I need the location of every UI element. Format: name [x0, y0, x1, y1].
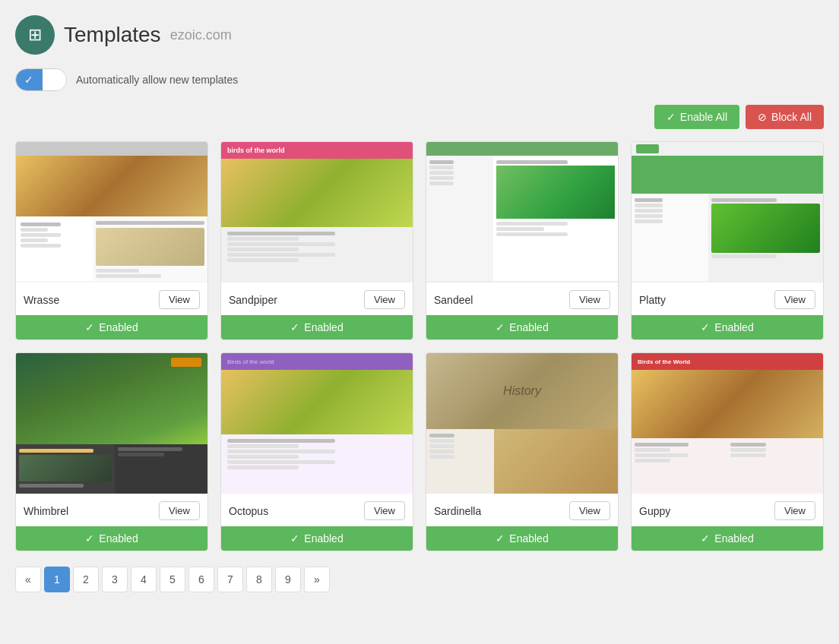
view-button-guppy[interactable]: View	[774, 501, 815, 520]
enable-all-check-icon: ✓	[666, 111, 676, 123]
template-footer-guppy: Guppy View	[632, 494, 823, 520]
enabled-check-icon: ✓	[85, 532, 94, 545]
pagination-page-6[interactable]: 6	[188, 567, 214, 592]
enabled-check-icon: ✓	[701, 532, 710, 545]
pagination-page-2[interactable]: 2	[73, 567, 99, 592]
toggle-on-part: ✓	[16, 69, 43, 90]
template-preview-platty	[632, 142, 823, 283]
block-all-button[interactable]: ⊘ Block All	[746, 105, 824, 129]
enable-all-label: Enable All	[680, 111, 727, 123]
pagination-page-8[interactable]: 8	[246, 567, 272, 592]
enabled-label: Enabled	[509, 321, 548, 333]
template-footer-sardinella: Sardinella View	[426, 494, 618, 520]
toggle-off-part	[43, 69, 66, 90]
template-name-guppy: Guppy	[639, 505, 670, 517]
enabled-label: Enabled	[304, 321, 343, 333]
template-card-sandeel: Sandeel View ✓ Enabled	[426, 141, 619, 340]
auto-allow-toggle[interactable]: ✓	[15, 68, 67, 91]
enabled-button-wrasse[interactable]: ✓ Enabled	[16, 315, 207, 339]
template-card-platty: Platty View ✓ Enabled	[631, 141, 824, 340]
template-name-octopus: Octopus	[229, 505, 268, 517]
template-preview-guppy: Birds of the World	[632, 353, 823, 494]
enabled-button-guppy[interactable]: ✓ Enabled	[632, 526, 823, 551]
enabled-button-platty[interactable]: ✓ Enabled	[632, 315, 823, 339]
templates-grid: Wrasse View ✓ Enabled birds of the world…	[15, 141, 824, 551]
enabled-check-icon: ✓	[290, 532, 299, 545]
pagination-page-4[interactable]: 4	[131, 567, 157, 592]
enabled-label: Enabled	[99, 532, 138, 545]
actions-row: ✓ Enable All ⊘ Block All	[15, 105, 824, 129]
template-name-sandeel: Sandeel	[434, 294, 473, 306]
view-button-sandeel[interactable]: View	[569, 290, 610, 309]
enabled-label: Enabled	[99, 321, 138, 333]
enable-all-button[interactable]: ✓ Enable All	[654, 105, 739, 129]
enabled-button-sandeel[interactable]: ✓ Enabled	[426, 315, 618, 339]
view-button-platty[interactable]: View	[774, 290, 815, 309]
template-name-platty: Platty	[639, 294, 666, 306]
enabled-button-sandpiper[interactable]: ✓ Enabled	[221, 315, 413, 339]
enabled-check-icon: ✓	[701, 321, 710, 333]
enabled-check-icon: ✓	[495, 321, 505, 333]
template-footer-platty: Platty View	[632, 283, 823, 309]
view-button-wrasse[interactable]: View	[159, 290, 200, 309]
enabled-label: Enabled	[304, 532, 343, 545]
template-card-octopus: Birds of the world Octopus View ✓ Enable…	[220, 352, 413, 551]
block-all-label: Block All	[771, 111, 812, 123]
enabled-label: Enabled	[714, 321, 753, 333]
pagination-page-1[interactable]: 1	[44, 567, 70, 592]
page-subtitle: ezoic.com	[170, 27, 232, 43]
template-preview-sandeel	[426, 142, 618, 283]
template-card-whimbrel: Whimbrel View ✓ Enabled	[15, 352, 208, 551]
template-name-whimbrel: Whimbrel	[24, 505, 68, 517]
enabled-label: Enabled	[509, 532, 548, 545]
page-header: ⊞ Templates ezoic.com	[15, 15, 824, 55]
block-all-icon: ⊘	[758, 111, 767, 123]
view-button-sandpiper[interactable]: View	[364, 290, 405, 309]
template-preview-wrasse	[16, 142, 207, 283]
page-title: Templates	[64, 23, 161, 47]
app-logo-icon: ⊞	[15, 15, 55, 55]
template-footer-whimbrel: Whimbrel View	[16, 494, 207, 520]
template-footer-octopus: Octopus View	[221, 494, 413, 520]
template-footer-sandpiper: Sandpiper View	[221, 283, 413, 309]
enabled-check-icon: ✓	[85, 321, 94, 333]
logo-symbol: ⊞	[28, 25, 42, 45]
template-name-sandpiper: Sandpiper	[229, 294, 277, 306]
enabled-button-whimbrel[interactable]: ✓ Enabled	[16, 526, 207, 551]
toggle-label: Automatically allow new templates	[76, 74, 238, 86]
toggle-row: ✓ Automatically allow new templates	[15, 68, 824, 91]
template-card-guppy: Birds of the World Guppy View	[631, 352, 824, 551]
view-button-sardinella[interactable]: View	[569, 501, 610, 520]
template-card-sandpiper: birds of the world Sandpiper View ✓ Enab…	[220, 141, 413, 340]
enabled-button-octopus[interactable]: ✓ Enabled	[221, 526, 413, 551]
template-preview-whimbrel	[16, 353, 207, 494]
template-footer-wrasse: Wrasse View	[16, 283, 207, 309]
pagination: «123456789»	[15, 567, 824, 592]
enabled-check-icon: ✓	[495, 532, 505, 545]
pagination-page-9[interactable]: 9	[275, 567, 301, 592]
template-card-sardinella: History Sardinella View ✓ Enabled	[426, 352, 619, 551]
pagination-prev[interactable]: «	[15, 567, 41, 592]
template-name-wrasse: Wrasse	[24, 294, 59, 306]
template-preview-octopus: Birds of the world	[221, 353, 413, 494]
pagination-next[interactable]: »	[304, 567, 330, 592]
toggle-check-icon: ✓	[24, 74, 33, 86]
view-button-whimbrel[interactable]: View	[159, 501, 200, 520]
pagination-page-7[interactable]: 7	[217, 567, 243, 592]
enabled-label: Enabled	[714, 532, 753, 545]
template-preview-sardinella: History	[426, 353, 618, 494]
template-card-wrasse: Wrasse View ✓ Enabled	[15, 141, 208, 340]
template-name-sardinella: Sardinella	[434, 505, 481, 517]
view-button-octopus[interactable]: View	[364, 501, 405, 520]
enabled-check-icon: ✓	[290, 321, 299, 333]
enabled-button-sardinella[interactable]: ✓ Enabled	[426, 526, 618, 551]
template-preview-sandpiper: birds of the world	[221, 142, 413, 283]
template-footer-sandeel: Sandeel View	[426, 283, 618, 309]
pagination-page-5[interactable]: 5	[160, 567, 185, 592]
pagination-page-3[interactable]: 3	[102, 567, 128, 592]
